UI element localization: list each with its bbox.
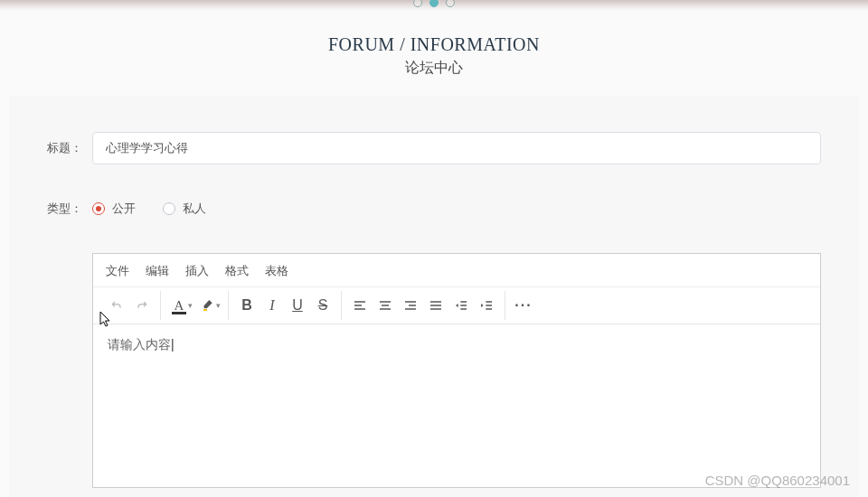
undo-button[interactable] (104, 293, 129, 318)
align-center-button[interactable] (373, 293, 398, 318)
carousel-dot[interactable] (446, 0, 455, 7)
menu-file[interactable]: 文件 (106, 263, 129, 279)
tool-group-color: A ▾ ▾ (161, 291, 229, 320)
rich-text-editor: 文件 编辑 插入 格式 表格 A ▾ (92, 253, 821, 488)
watermark-text: CSDN @QQ860234001 (705, 473, 850, 488)
menu-edit[interactable]: 编辑 (146, 263, 169, 279)
text-color-icon: A (175, 298, 184, 314)
indent-button[interactable] (474, 293, 499, 318)
align-left-button[interactable] (347, 293, 373, 318)
type-label: 类型： (47, 201, 92, 217)
type-radio-group: 公开 私人 (92, 201, 206, 217)
tool-group-more: ··· (505, 291, 542, 320)
align-right-button[interactable] (398, 293, 423, 318)
indent-icon (479, 298, 494, 313)
menu-table[interactable]: 表格 (265, 263, 288, 279)
text-color-underline (172, 312, 186, 314)
carousel-dots (413, 0, 455, 7)
title-row: 标题： (47, 132, 821, 164)
title-input[interactable] (92, 132, 821, 164)
radio-public[interactable]: 公开 (92, 201, 136, 217)
editor-content-area[interactable]: 请输入内容 (93, 324, 820, 487)
page-header: FORUM / INFORMATION 论坛中心 (0, 11, 868, 96)
radio-circle-icon (163, 202, 175, 215)
align-justify-button[interactable] (423, 293, 448, 318)
more-button[interactable]: ··· (511, 293, 536, 318)
title-label: 标题： (47, 140, 92, 156)
carousel-dot[interactable] (413, 0, 422, 7)
align-left-icon (353, 298, 367, 313)
bold-icon: B (241, 297, 252, 314)
bold-button[interactable]: B (234, 293, 259, 318)
text-color-button[interactable]: A (166, 293, 192, 318)
form-card: 标题： 类型： 公开 私人 文件 编辑 插入 格式 表格 (9, 96, 859, 497)
outdent-icon (454, 298, 468, 313)
redo-button[interactable] (129, 293, 155, 318)
page-title-en: FORUM / INFORMATION (0, 34, 868, 55)
highlight-icon (200, 298, 214, 313)
banner-bottom-edge (0, 0, 868, 11)
undo-icon (109, 298, 124, 313)
italic-icon: I (269, 297, 274, 314)
menu-format[interactable]: 格式 (225, 263, 249, 279)
underline-icon: U (292, 297, 303, 314)
radio-private-label: 私人 (183, 201, 206, 217)
editor-placeholder-text: 请输入内容 (108, 337, 175, 352)
strikethrough-button[interactable]: S (310, 293, 335, 318)
carousel-dot-active[interactable] (429, 0, 439, 7)
svg-rect-0 (203, 309, 207, 311)
strikethrough-icon: S (318, 297, 328, 314)
editor-menubar: 文件 编辑 插入 格式 表格 (93, 254, 820, 287)
outdent-button[interactable] (448, 293, 474, 318)
type-row: 类型： 公开 私人 (47, 201, 821, 217)
underline-button[interactable]: U (285, 293, 310, 318)
ellipsis-icon: ··· (514, 297, 532, 314)
page-title-cn: 论坛中心 (0, 59, 868, 78)
chevron-down-icon[interactable]: ▾ (216, 301, 221, 310)
radio-public-label: 公开 (112, 201, 136, 217)
align-center-icon (378, 298, 392, 313)
italic-button[interactable]: I (259, 293, 285, 318)
align-right-icon (403, 298, 418, 313)
tool-group-history (99, 291, 161, 320)
redo-icon (135, 298, 149, 313)
radio-circle-icon (92, 202, 105, 215)
menu-insert[interactable]: 插入 (185, 263, 209, 279)
tool-group-text: B I U S (229, 291, 342, 320)
tool-group-align (342, 291, 505, 320)
align-justify-icon (429, 298, 443, 313)
editor-toolbar: A ▾ ▾ B I U S (93, 287, 820, 324)
radio-private[interactable]: 私人 (163, 201, 206, 217)
